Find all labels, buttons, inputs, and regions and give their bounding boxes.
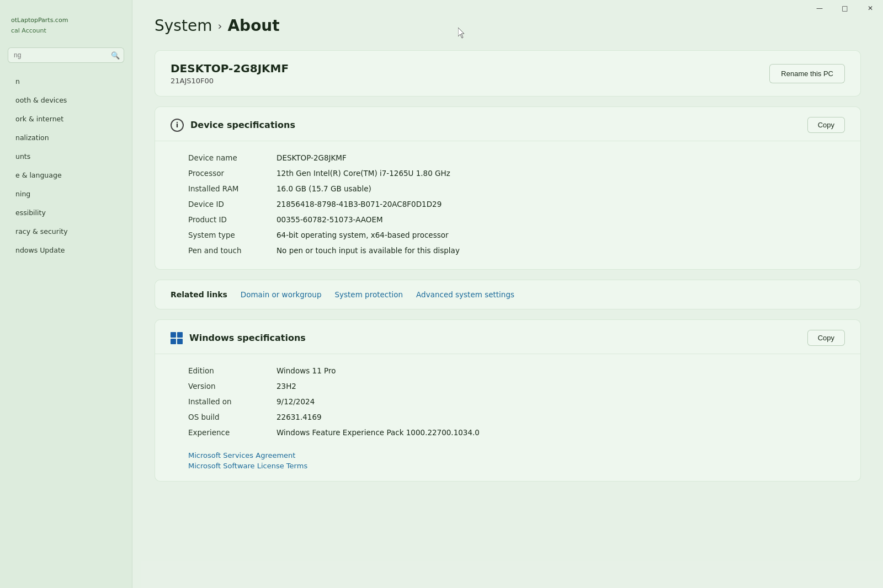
search-input[interactable] <box>8 47 124 63</box>
windows-logo-sq2 <box>177 332 183 338</box>
windows-specs-links: Microsoft Services AgreementMicrosoft So… <box>155 451 860 481</box>
spec-value: 12th Gen Intel(R) Core(TM) i7-1265U 1.80… <box>276 169 845 178</box>
table-row: Installed RAM16.0 GB (15.7 GB usable) <box>188 181 845 196</box>
spec-value: No pen or touch input is available for t… <box>276 246 845 255</box>
maximize-button[interactable]: □ <box>832 0 858 17</box>
sidebar-item-nav-accounts[interactable]: unts <box>4 147 127 165</box>
device-specs-table: Device nameDESKTOP-2G8JKMFProcessor12th … <box>155 141 860 269</box>
windows-specs-title-group: Windows specifications <box>171 332 306 344</box>
spec-value: 16.0 GB (15.7 GB usable) <box>276 184 845 193</box>
device-specs-title: Device specifications <box>190 120 295 130</box>
windows-specs-card: Windows specifications Copy EditionWindo… <box>155 319 861 482</box>
breadcrumb-system: System <box>155 17 212 35</box>
related-links-section: Related links Domain or workgroupSystem … <box>155 280 861 309</box>
related-link-link-advanced[interactable]: Advanced system settings <box>416 290 514 299</box>
table-row: Processor12th Gen Intel(R) Core(TM) i7-1… <box>188 165 845 181</box>
spec-value: 00355-60782-51073-AAOEM <box>276 215 845 224</box>
windows-specs-copy-button[interactable]: Copy <box>807 330 845 346</box>
spec-label: Version <box>188 382 276 391</box>
spec-label: OS build <box>188 413 276 421</box>
table-row: Version23H2 <box>188 378 845 394</box>
close-button[interactable]: ✕ <box>858 0 883 17</box>
pc-name: DESKTOP-2G8JKMF <box>171 62 289 75</box>
windows-specs-header: Windows specifications Copy <box>155 320 860 354</box>
spec-label: Product ID <box>188 215 276 224</box>
windows-specs-table: EditionWindows 11 ProVersion23H2Installe… <box>155 354 860 451</box>
sidebar-nav: nooth & devicesork & internetnalizationu… <box>0 72 132 260</box>
sidebar-item-nav-n[interactable]: n <box>4 72 127 90</box>
sidebar-item-nav-bluetooth[interactable]: ooth & devices <box>4 91 127 109</box>
table-row: EditionWindows 11 Pro <box>188 363 845 378</box>
windows-logo-sq3 <box>171 339 176 344</box>
spec-label: Edition <box>188 366 276 375</box>
spec-label: Installed RAM <box>188 184 276 193</box>
related-link-link-protection[interactable]: System protection <box>334 290 403 299</box>
spec-value: 23H2 <box>276 382 845 391</box>
windows-logo-sq4 <box>177 339 183 344</box>
breadcrumb-separator: › <box>217 19 222 33</box>
windows-link-link-msa[interactable]: Microsoft Services Agreement <box>188 451 845 459</box>
table-row: Pen and touchNo pen or touch input is av… <box>188 243 845 258</box>
sidebar-search-container: 🔍 <box>8 47 124 63</box>
table-row: Device nameDESKTOP-2G8JKMF <box>188 150 845 165</box>
spec-value: 64-bit operating system, x64-based proce… <box>276 231 845 239</box>
spec-label: Installed on <box>188 397 276 406</box>
spec-label: System type <box>188 231 276 239</box>
spec-value: 22631.4169 <box>276 413 845 421</box>
sidebar-item-nav-personalization[interactable]: nalization <box>4 129 127 147</box>
table-row: Product ID00355-60782-51073-AAOEM <box>188 212 845 227</box>
table-row: System type64-bit operating system, x64-… <box>188 227 845 243</box>
spec-label: Device ID <box>188 200 276 209</box>
spec-label: Processor <box>188 169 276 178</box>
device-specs-copy-button[interactable]: Copy <box>807 117 845 133</box>
sidebar-item-nav-accessibility[interactable]: essibility <box>4 204 127 222</box>
minimize-button[interactable]: — <box>807 0 832 17</box>
pc-name-card: DESKTOP-2G8JKMF 21AJS10F00 Rename this P… <box>155 50 861 97</box>
related-link-link-domain[interactable]: Domain or workgroup <box>241 290 322 299</box>
sidebar: otLaptopParts.com cal Account 🔍 nooth & … <box>0 0 132 588</box>
related-links-label: Related links <box>171 290 227 299</box>
pc-info: DESKTOP-2G8JKMF 21AJS10F00 <box>171 62 289 85</box>
breadcrumb: System › About <box>155 17 861 35</box>
table-row: Installed on9/12/2024 <box>188 394 845 409</box>
spec-label: Device name <box>188 153 276 162</box>
spec-value: Windows 11 Pro <box>276 366 845 375</box>
spec-label: Experience <box>188 428 276 437</box>
table-row: ExperienceWindows Feature Experience Pac… <box>188 425 845 440</box>
table-row: OS build22631.4169 <box>188 409 845 425</box>
breadcrumb-about: About <box>227 17 279 35</box>
sidebar-item-nav-update[interactable]: ndows Update <box>4 241 127 259</box>
related-links-list: Domain or workgroupSystem protectionAdva… <box>241 290 514 299</box>
sidebar-account: cal Account <box>0 27 132 43</box>
rename-button[interactable]: Rename this PC <box>769 64 845 83</box>
spec-value: DESKTOP-2G8JKMF <box>276 153 845 162</box>
window-controls: — □ ✕ <box>807 0 883 17</box>
spec-value: 21856418-8798-41B3-B071-20AC8F0D1D29 <box>276 200 845 209</box>
info-icon: i <box>171 119 184 132</box>
spec-value: Windows Feature Experience Pack 1000.227… <box>276 428 845 437</box>
device-specs-header: i Device specifications Copy <box>155 107 860 141</box>
device-specs-card: i Device specifications Copy Device name… <box>155 106 861 270</box>
sidebar-item-nav-gaming[interactable]: ning <box>4 185 127 203</box>
windows-logo-icon <box>171 332 183 344</box>
table-row: Device ID21856418-8798-41B3-B071-20AC8F0… <box>188 196 845 212</box>
device-specs-title-group: i Device specifications <box>171 119 295 132</box>
spec-label: Pen and touch <box>188 246 276 255</box>
main-content: System › About DESKTOP-2G8JKMF 21AJS10F0… <box>132 0 883 588</box>
windows-specs-title: Windows specifications <box>189 333 306 343</box>
spec-value: 9/12/2024 <box>276 397 845 406</box>
search-icon[interactable]: 🔍 <box>111 51 120 60</box>
sidebar-item-nav-language[interactable]: e & language <box>4 166 127 184</box>
windows-logo-sq1 <box>171 332 176 338</box>
sidebar-brand: otLaptopParts.com <box>0 11 132 27</box>
pc-serial: 21AJS10F00 <box>171 77 289 85</box>
sidebar-item-nav-network[interactable]: ork & internet <box>4 110 127 128</box>
sidebar-item-nav-privacy[interactable]: racy & security <box>4 222 127 240</box>
windows-link-link-mslt[interactable]: Microsoft Software License Terms <box>188 462 845 470</box>
